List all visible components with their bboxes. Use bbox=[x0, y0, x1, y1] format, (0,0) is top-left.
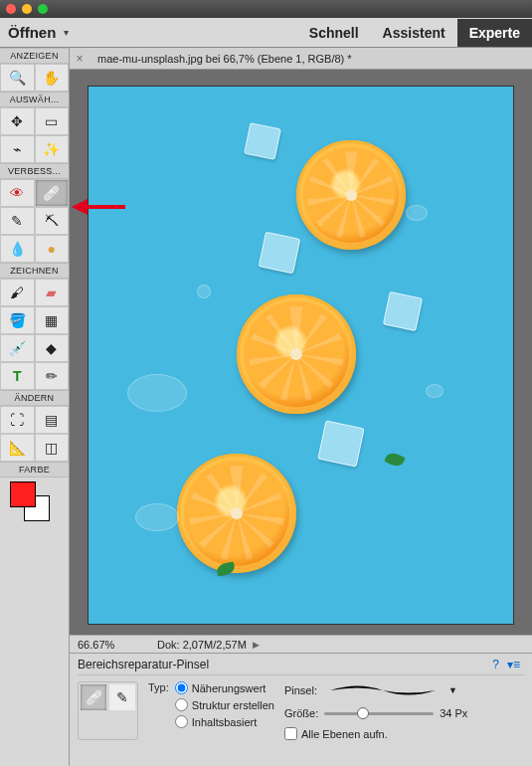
status-bar: 66.67% Dok: 2,07M/2,57M ▶ bbox=[70, 635, 532, 653]
image-canvas[interactable] bbox=[88, 86, 514, 625]
canvas-area bbox=[70, 70, 532, 635]
eraser-tool[interactable]: ▰ bbox=[35, 279, 70, 306]
help-icon[interactable]: ? bbox=[488, 658, 503, 671]
section-draw: ZEICHNEN bbox=[0, 263, 69, 279]
recompose-tool[interactable]: ▤ bbox=[35, 406, 70, 434]
size-value: 34 Px bbox=[440, 707, 467, 719]
document-tab[interactable]: mae-mu-unsplash.jpg bei 66,7% (Ebene 1, … bbox=[89, 53, 360, 65]
section-view: ANZEIGEN bbox=[0, 48, 69, 64]
brush-preview[interactable] bbox=[323, 681, 443, 699]
tool-options-panel: Bereichsreparatur-Pinsel ? ▾≡ 🩹 ✎ Typ: N… bbox=[70, 653, 532, 766]
brush-tool[interactable]: 🖌 bbox=[0, 279, 35, 306]
color-picker-tool[interactable]: 💉 bbox=[0, 334, 35, 362]
heal-tool-variants: 🩹 ✎ bbox=[78, 681, 138, 740]
mode-quick[interactable]: Schnell bbox=[297, 19, 371, 47]
shape-tool[interactable]: ◆ bbox=[35, 334, 70, 362]
minimize-window-icon[interactable] bbox=[22, 4, 32, 14]
size-label: Größe: bbox=[284, 707, 318, 719]
heal-brush-variant[interactable]: ✎ bbox=[109, 684, 135, 710]
open-menu[interactable]: Öffnen bbox=[0, 24, 64, 41]
all-layers-checkbox[interactable]: Alle Ebenen aufn. bbox=[284, 727, 467, 740]
spot-heal-tool[interactable]: 🩹 bbox=[35, 179, 70, 207]
color-swatches[interactable] bbox=[10, 481, 59, 531]
type-label: Typ: bbox=[148, 681, 169, 728]
info-dropdown-icon[interactable]: ▶ bbox=[253, 640, 260, 650]
clone-stamp-tool[interactable]: ⛏ bbox=[35, 207, 70, 235]
section-color: FARBE bbox=[0, 462, 69, 478]
foreground-color[interactable] bbox=[10, 481, 36, 507]
tool-options-title: Bereichsreparatur-Pinsel bbox=[78, 658, 209, 671]
close-tab-icon[interactable]: × bbox=[70, 52, 89, 66]
open-dropdown-icon[interactable]: ▾ bbox=[64, 27, 69, 38]
window-titlebar bbox=[0, 0, 532, 18]
radio-structure[interactable]: Struktur erstellen bbox=[175, 698, 274, 711]
close-window-icon[interactable] bbox=[6, 4, 16, 14]
crop-tool[interactable]: ⛶ bbox=[0, 406, 35, 434]
magic-wand-tool[interactable]: ✨ bbox=[35, 135, 70, 163]
tool-column: ANZEIGEN 🔍 ✋ AUSWÄH... ✥ ▭ ⌁ ✨ VERBESS..… bbox=[0, 48, 70, 766]
zoom-tool[interactable]: 🔍 bbox=[0, 64, 35, 92]
gradient-tool[interactable]: ▦ bbox=[35, 306, 70, 334]
document-info: Dok: 2,07M/2,57M bbox=[139, 639, 247, 651]
section-enhance: VERBESS... bbox=[0, 163, 69, 179]
straighten-tool[interactable]: 📐 bbox=[0, 434, 35, 462]
zoom-window-icon[interactable] bbox=[38, 4, 48, 14]
radio-proximity[interactable]: Näherungswert bbox=[175, 681, 274, 694]
mode-expert[interactable]: Experte bbox=[457, 19, 532, 47]
brush-dropdown-icon[interactable]: ▼ bbox=[448, 685, 457, 695]
marquee-tool[interactable]: ▭ bbox=[35, 107, 70, 135]
brush-label: Pinsel: bbox=[284, 684, 317, 696]
sponge-tool[interactable]: ● bbox=[35, 235, 70, 263]
spot-heal-variant[interactable]: 🩹 bbox=[81, 684, 106, 710]
radio-content-aware[interactable]: Inhaltsbasiert bbox=[175, 715, 274, 728]
section-select: AUSWÄH... bbox=[0, 92, 69, 107]
hand-tool[interactable]: ✋ bbox=[35, 64, 70, 92]
red-eye-tool[interactable]: 👁 bbox=[0, 179, 35, 207]
text-tool[interactable]: T bbox=[0, 362, 35, 390]
document-tabs: × mae-mu-unsplash.jpg bei 66,7% (Ebene 1… bbox=[70, 48, 532, 70]
panel-menu-icon[interactable]: ▾≡ bbox=[503, 658, 524, 671]
mode-assistant[interactable]: Assistent bbox=[371, 19, 457, 47]
zoom-value[interactable]: 66.67% bbox=[70, 639, 139, 651]
bucket-tool[interactable]: 🪣 bbox=[0, 306, 35, 334]
whiten-tool[interactable]: ✎ bbox=[0, 207, 35, 235]
pencil-tool[interactable]: ✏ bbox=[35, 362, 70, 390]
section-modify: ÄNDERN bbox=[0, 390, 69, 406]
lasso-tool[interactable]: ⌁ bbox=[0, 135, 35, 163]
move-tool[interactable]: ✥ bbox=[0, 107, 35, 135]
transform-tool[interactable]: ◫ bbox=[35, 434, 70, 462]
top-menubar: Öffnen ▾ Schnell Assistent Experte bbox=[0, 18, 532, 48]
blur-tool[interactable]: 💧 bbox=[0, 235, 35, 263]
svg-marker-1 bbox=[72, 199, 88, 215]
size-slider[interactable] bbox=[324, 712, 434, 715]
